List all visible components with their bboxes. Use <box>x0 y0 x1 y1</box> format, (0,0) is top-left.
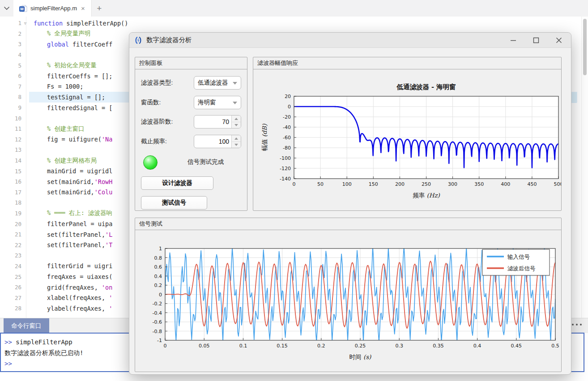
svg-text:M: M <box>20 7 24 11</box>
line-number: 11 <box>0 125 21 132</box>
line-number: 3 <box>0 41 21 47</box>
line-number: 26 <box>0 284 21 291</box>
x-tick-label: 100 <box>342 181 352 187</box>
y-tick-label: 0.2 <box>154 283 162 288</box>
y-tick-label: -20 <box>283 114 291 120</box>
code-fold-icon[interactable]: ▽ <box>21 21 29 26</box>
x-tick-label: 0.25 <box>355 343 366 349</box>
line-number: 17 <box>0 189 21 196</box>
y-tick-label: -1 <box>157 338 162 343</box>
line-number: 10 <box>0 115 21 122</box>
arrow-down-icon <box>234 124 238 126</box>
maximize-icon <box>533 37 540 44</box>
line-number: 20 <box>0 221 21 227</box>
x-tick-label: 0.05 <box>199 343 210 349</box>
close-button[interactable] <box>554 35 564 45</box>
status-lamp <box>143 155 158 170</box>
y-tick-label: -0.6 <box>153 319 162 325</box>
x-tick-label: 350 <box>474 181 484 187</box>
y-tick-label: 0.8 <box>154 255 162 261</box>
chevron-down-icon <box>233 82 237 85</box>
x-tick-label: 200 <box>395 181 405 187</box>
chart-title: 低通滤波器 - 海明窗 <box>396 83 456 90</box>
close-icon <box>555 37 562 44</box>
x-tick-label: 0.35 <box>433 343 444 349</box>
dialog-title: 数字滤波器分析 <box>146 36 192 44</box>
y-tick-label: 0.4 <box>154 274 162 279</box>
spinner-up-button[interactable] <box>232 116 241 122</box>
y-tick-label: -140 <box>280 176 291 182</box>
window-function-value: 海明窗 <box>198 98 216 107</box>
y-tick-label: 1 <box>159 246 162 252</box>
editor-tab-label: simpleFilterApp.m <box>30 5 77 12</box>
y-tick-label: -80 <box>283 145 291 151</box>
tab-close-icon[interactable]: × <box>80 5 86 12</box>
tab-overflow-chevron[interactable] <box>0 0 13 17</box>
x-tick-label: 150 <box>369 181 378 187</box>
y-tick-label: -60 <box>283 135 291 141</box>
command-window-tab[interactable]: 命令行窗口 <box>4 318 49 333</box>
line-number: 8 <box>0 94 21 100</box>
editor-scrollbar[interactable] <box>581 17 588 318</box>
maximize-button[interactable] <box>531 35 541 45</box>
x-tick-label: 0.1 <box>239 343 247 349</box>
ellipsis-menu-button[interactable] <box>572 324 582 325</box>
control-panel: 控制面板 滤波器类型:低通滤波器窗函数:海明窗滤波器阶数:70截止频率:100 … <box>135 57 247 211</box>
spinner-down-button[interactable] <box>232 141 241 148</box>
line-number: 6 <box>0 73 21 79</box>
x-tick-label: 0.4 <box>473 343 481 349</box>
line-number: 14 <box>0 157 21 164</box>
line-number: 9 <box>0 104 21 111</box>
spinner-down-button[interactable] <box>232 122 241 128</box>
line-number: 23 <box>0 252 21 259</box>
spinner-up-button[interactable] <box>232 135 241 142</box>
matlab-ide-window: M simpleFilterApp.m × + 1▽function simpl… <box>0 0 588 381</box>
line-number: 1 <box>0 20 21 26</box>
spinner-arrows <box>231 135 241 148</box>
command-text: 数字滤波器分析系统已启动! <box>4 349 83 356</box>
line-number: 15 <box>0 168 21 175</box>
line-number: 18 <box>0 199 21 206</box>
code-line: 1▽function simpleFilterApp() <box>0 18 577 29</box>
y-axis-label: 幅值 (dB) <box>261 124 268 151</box>
line-number: 28 <box>0 305 21 312</box>
x-axis-label: 频率 (Hz) <box>413 192 440 199</box>
code-text: function simpleFilterApp() <box>29 18 577 29</box>
y-tick-label: -40 <box>283 124 291 130</box>
x-tick-label: 450 <box>527 181 537 187</box>
y-tick-label: -120 <box>280 166 291 171</box>
window-function-dropdown[interactable]: 海明窗 <box>194 96 241 109</box>
filter-order-label: 滤波器阶数: <box>141 118 194 126</box>
control-panel-title: 控制面板 <box>135 57 247 69</box>
x-tick-label: 0 <box>293 181 296 187</box>
x-tick-label: 500 <box>554 181 562 187</box>
cutoff-frequency-spinner[interactable]: 100 <box>194 135 241 148</box>
x-tick-label: 0.5 <box>551 343 559 349</box>
filter-type-dropdown[interactable]: 低通滤波器 <box>194 76 241 90</box>
legend-label: 输入信号 <box>507 253 530 260</box>
test-signal-button[interactable]: 测试信号 <box>141 196 207 210</box>
editor-tab-simplefilterapp[interactable]: M simpleFilterApp.m × <box>13 0 92 17</box>
x-tick-label: 300 <box>448 181 457 187</box>
line-number: 21 <box>0 231 21 238</box>
new-tab-button[interactable]: + <box>92 0 107 17</box>
y-tick-label: -0.8 <box>153 329 162 334</box>
x-tick-label: 50 <box>317 181 324 187</box>
y-tick-label: 0.6 <box>154 264 162 270</box>
chevron-down-icon <box>233 102 237 104</box>
y-tick-label: 0 <box>288 104 291 110</box>
x-tick-label: 0.2 <box>317 343 325 349</box>
scrollbar-thumb[interactable] <box>583 19 587 75</box>
filter-order-spinner[interactable]: 70 <box>194 115 241 128</box>
design-filter-button[interactable]: 设计滤波器 <box>141 176 213 190</box>
filter-order-value: 70 <box>194 116 229 128</box>
window-function-label: 窗函数: <box>141 98 194 107</box>
signal-test-panel: 信号测试 00.050.10.150.20.250.30.350.40.450.… <box>135 218 562 372</box>
line-number: 2 <box>0 30 21 37</box>
overview-ruler-marker <box>571 92 577 103</box>
dialog-titlebar[interactable]: 数字滤波器分析 <box>129 33 571 48</box>
status-text: 信号测试完成 <box>187 155 224 169</box>
minimize-button[interactable] <box>508 35 519 45</box>
arrow-up-icon <box>234 118 238 120</box>
line-number: 24 <box>0 263 21 270</box>
